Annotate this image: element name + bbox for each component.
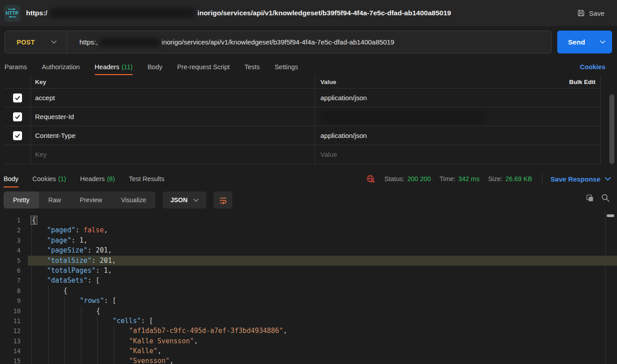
copy-icon[interactable] [586, 194, 594, 202]
tab-pre-request-script[interactable]: Pre-request Script [177, 58, 230, 75]
indent-guide [114, 356, 114, 364]
code-text: "page": 1, [47, 235, 88, 245]
tab-headers-count: (11) [121, 63, 133, 71]
indent-guide [31, 235, 32, 245]
view-raw[interactable]: Raw [39, 191, 71, 209]
wrap-lines-button[interactable] [213, 191, 232, 209]
indent-guide [64, 346, 65, 356]
header-key-cell[interactable]: Requester-Id [31, 113, 315, 120]
indent-guide [31, 266, 32, 275]
new-key-input[interactable]: Key [31, 151, 315, 158]
redacted-value [320, 111, 486, 123]
indent-guide [48, 336, 49, 346]
redacted-host [49, 8, 195, 18]
response-tab-headers-count: (8) [107, 175, 115, 182]
code-line-13: 13"Kalle Svensson", [0, 336, 617, 346]
header-value-cell[interactable]: application/json [315, 132, 601, 139]
headers-panel-scrollbar[interactable] [609, 94, 614, 164]
row-checkbox[interactable] [13, 93, 22, 102]
line-number: 6 [0, 266, 21, 275]
url-input[interactable]: https:, inorigo/services/api/v1/knowledg… [67, 38, 395, 47]
token: "Kalle" [129, 347, 157, 355]
indent-guide [48, 286, 49, 296]
tab-tests[interactable]: Tests [244, 58, 260, 75]
row-checkbox[interactable] [13, 112, 22, 121]
response-tab-headers[interactable]: Headers(8) [80, 170, 115, 188]
token: 201 [96, 246, 108, 254]
token: , [283, 327, 287, 335]
token: , [108, 246, 112, 254]
code-text: { [96, 306, 100, 316]
tab-params-label: Params [4, 63, 27, 71]
network-warning-icon[interactable] [366, 174, 376, 184]
code-text: "paged": false, [47, 225, 108, 235]
view-pretty[interactable]: Pretty [4, 191, 39, 209]
indent-guide [48, 306, 49, 316]
bulk-edit-button[interactable]: Bulk Edit [569, 75, 595, 88]
indent-guide [64, 356, 65, 364]
row-checkbox[interactable] [13, 131, 22, 140]
tab-params[interactable]: Params [4, 58, 27, 75]
line-number: 8 [0, 286, 21, 296]
save-button-label: Save [589, 9, 604, 17]
response-body-editor[interactable]: 1{2"paged": false,3"page": 1,4"pageSize"… [0, 211, 617, 364]
response-tab-body[interactable]: Body [4, 170, 18, 188]
indent-guide [114, 346, 114, 356]
token: , [112, 257, 116, 265]
token: : [ [88, 276, 100, 284]
response-tab-test-results-label: Test Results [129, 175, 164, 182]
token: { [63, 287, 67, 295]
wrap-lines-icon [219, 196, 227, 204]
header-key-cell[interactable]: Content-Type [31, 132, 315, 139]
tab-settings[interactable]: Settings [275, 58, 298, 75]
token: "page" [47, 236, 71, 244]
indent-guide [31, 356, 32, 364]
indent-guide [97, 316, 98, 326]
redacted-host [99, 38, 160, 47]
code-text: "Kalle", [129, 346, 161, 356]
send-button[interactable]: Send [557, 31, 612, 53]
token: : [92, 257, 100, 265]
tab-authorization[interactable]: Authorization [42, 58, 80, 75]
code-text: "totalPages": 1, [47, 266, 112, 275]
token: : [ [141, 317, 153, 325]
editor-scrollbar-thumb[interactable] [607, 214, 614, 217]
header-value-cell[interactable]: application/json [315, 94, 601, 102]
save-response-button[interactable]: Save Response [550, 175, 611, 183]
response-tab-test-results[interactable]: Test Results [129, 170, 164, 188]
indent-guide [97, 336, 98, 346]
new-value-input[interactable]: Value [315, 151, 601, 158]
token: "rows" [80, 297, 104, 305]
response-view-toolbar: PrettyRawPreviewVisualize JSON [4, 191, 232, 209]
save-button[interactable]: Save [577, 9, 604, 17]
indent-guide [48, 346, 49, 356]
tab-body[interactable]: Body [147, 58, 162, 75]
header-key-cell[interactable]: accept [31, 94, 315, 102]
line-number: 9 [0, 296, 21, 306]
chevron-down-icon [605, 177, 611, 181]
view-preview[interactable]: Preview [71, 191, 112, 209]
token: "paged" [47, 226, 75, 234]
time-value: 342 ms [458, 175, 480, 182]
indent-guide [31, 225, 32, 235]
format-dropdown[interactable]: JSON [163, 191, 206, 209]
code-line-4: 4"pageSize": 201, [0, 245, 617, 255]
method-selector[interactable]: POST [5, 31, 67, 53]
header-value-cell[interactable] [315, 111, 601, 123]
send-options-chevron-icon[interactable] [600, 40, 605, 44]
indent-guide [81, 326, 81, 336]
line-number: 12 [0, 326, 21, 336]
indent-guide [64, 316, 65, 326]
token: "af1da5b7-c9fc-495d-a7ef-3f3bd4934886" [129, 327, 283, 335]
send-button-label: Send [557, 38, 585, 46]
response-tab-cookies[interactable]: Cookies(1) [32, 170, 66, 188]
tab-headers[interactable]: Headers(11) [95, 58, 133, 75]
token: { [96, 307, 100, 315]
value-column-header: Value [315, 79, 601, 85]
search-icon[interactable] [601, 193, 610, 202]
view-visualize[interactable]: Visualize [111, 191, 155, 209]
cookies-link[interactable]: Cookies [580, 63, 605, 71]
request-title: https:/ inorigo/services/api/v1/knowledg… [26, 8, 451, 18]
line-number: 11 [0, 316, 21, 326]
status-value: 200 200 [407, 175, 431, 182]
